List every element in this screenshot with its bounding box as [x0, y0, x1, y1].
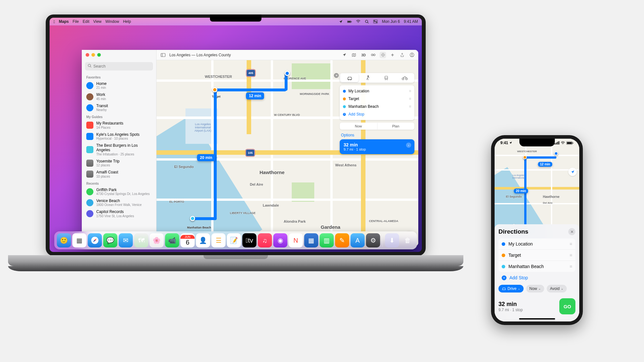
mode-transit-button[interactable] — [377, 74, 395, 82]
location-status-icon[interactable] — [338, 19, 343, 24]
sidebar-item[interactable]: Kyle's Los Angeles Spots Hyperlocal · 10… — [82, 131, 156, 142]
label-lawndale: Lawndale — [263, 203, 279, 207]
dock-notes-icon[interactable]: 📝 — [227, 233, 241, 247]
reorder-handle-icon[interactable]: ≡ — [570, 264, 572, 269]
sidebar-item[interactable]: Transit Nearby — [82, 102, 156, 113]
account-icon[interactable] — [409, 52, 415, 58]
sidebar-item[interactable]: Work 45 min — [82, 91, 156, 102]
sidebar-item[interactable]: Amalfi Coast 10 places — [82, 169, 156, 180]
dock-contacts-icon[interactable]: 👤 — [196, 233, 210, 247]
sidebar-item[interactable]: Venice Beach 1800 Ocean Front Walk, Veni… — [82, 197, 156, 208]
iphone-locate-button[interactable] — [568, 168, 577, 176]
iphone-stop-row[interactable]: Target ≡ — [498, 250, 575, 261]
wifi-status-icon[interactable] — [356, 19, 361, 24]
menu-help[interactable]: Help — [123, 19, 131, 24]
route-result-card[interactable]: 32 min 9.7 mi · 1 stop › — [340, 139, 414, 154]
options-link[interactable]: Options — [341, 133, 414, 137]
sidebar-item[interactable]: Home 21 min — [82, 80, 156, 91]
sidebar-item[interactable]: Griffith Park 4730 Crystal Springs Dr, L… — [82, 186, 156, 197]
battery-status-icon[interactable] — [347, 19, 352, 24]
iphone-add-stop-button[interactable]: +Add Stop — [498, 272, 575, 281]
stop-dot-icon — [343, 97, 346, 100]
iphone-stop-row[interactable]: My Location ≡ — [498, 238, 575, 250]
dock-messages-icon[interactable]: 💬 — [103, 233, 118, 247]
dock-podcasts-icon[interactable]: ◉ — [273, 233, 288, 247]
menu-edit[interactable]: Edit — [83, 19, 90, 24]
dock-news-icon[interactable]: N — [289, 233, 303, 247]
mode-cycle-button[interactable] — [395, 74, 414, 82]
reorder-handle-icon[interactable]: ≡ — [409, 89, 411, 93]
sidebar-toggle-icon[interactable] — [160, 52, 166, 58]
sidebar-item[interactable]: Capitol Records 1750 Vine St, Los Angele… — [82, 208, 156, 219]
menu-bar-time[interactable]: 9:41 AM — [404, 19, 418, 24]
app-menu[interactable]: Maps — [59, 19, 69, 24]
look-around-icon[interactable] — [370, 52, 376, 58]
reorder-handle-icon[interactable]: ≡ — [409, 97, 411, 101]
timing-now-button[interactable]: Now — [340, 123, 377, 130]
dock-trash-icon[interactable]: 🗑 — [401, 233, 415, 247]
dock-safari-icon[interactable] — [88, 233, 102, 247]
macbook:  Maps File Edit View Window Help Mon Ju… — [46, 14, 463, 271]
close-window-button[interactable] — [86, 53, 89, 57]
zoom-window-button[interactable] — [97, 53, 101, 57]
chip-now[interactable]: Now ⌄ — [526, 285, 544, 292]
add-icon[interactable]: + — [389, 52, 396, 58]
dock-finder-icon[interactable]: 🙂 — [57, 233, 71, 247]
spotlight-icon[interactable] — [365, 19, 369, 24]
iphone-go-button[interactable]: GO — [559, 298, 575, 314]
dock-facetime-icon[interactable]: 📹 — [165, 233, 179, 247]
directions-stop-row[interactable]: Target ≡ — [340, 95, 414, 103]
control-center-icon[interactable] — [373, 19, 378, 24]
minimize-window-button[interactable] — [91, 53, 95, 57]
dock-settings-icon[interactable]: ⚙︎ — [366, 233, 380, 247]
sidebar-item[interactable]: My Restaurants 14 Places — [82, 120, 156, 131]
dock-pages-icon[interactable]: ✎ — [335, 233, 349, 247]
menu-file[interactable]: File — [72, 19, 79, 24]
search-input[interactable] — [85, 62, 153, 70]
chip-avoid[interactable]: Avoid ⌄ — [547, 285, 567, 292]
apple-menu-icon[interactable]:  — [53, 19, 55, 24]
sidebar-item[interactable]: Yosemite Trip 12 places — [82, 158, 156, 169]
reorder-handle-icon[interactable]: ≡ — [570, 241, 572, 246]
menu-view[interactable]: View — [93, 19, 101, 24]
dock-reminders-icon[interactable]: ☰ — [212, 233, 226, 247]
dock-appstore-icon[interactable]: A — [351, 233, 365, 247]
chip-drive[interactable]: Drive ⌄ — [498, 285, 524, 292]
iphone-close-button[interactable]: ✕ — [568, 228, 575, 235]
dock-keynote-icon[interactable]: ▦ — [304, 233, 318, 247]
add-stop-button[interactable]: +Add Stop — [340, 110, 414, 118]
map-canvas[interactable]: 405 105 WESTCHESTER El Segundo Hawthorne… — [156, 60, 418, 246]
dock-music-icon[interactable]: ♫ — [258, 233, 272, 247]
dock-maps-icon[interactable]: 🗺 — [134, 233, 148, 247]
share-icon[interactable] — [399, 52, 405, 58]
mode-drive-button[interactable] — [340, 74, 359, 82]
dock-tv-icon[interactable]: tv — [242, 233, 257, 247]
menu-bar-date[interactable]: Mon Jun 6 — [382, 19, 400, 24]
reorder-handle-icon[interactable]: ≡ — [570, 253, 572, 258]
sidebar-item[interactable]: The Best Burgers in Los Angeles The Infa… — [82, 142, 156, 158]
locate-me-icon[interactable] — [341, 52, 347, 58]
close-directions-button[interactable]: ✕ — [334, 73, 339, 78]
iphone-pill-1: 12 min — [538, 162, 552, 167]
dock-calendar-icon[interactable]: JUN6 — [181, 233, 195, 247]
dock-mail-icon[interactable]: ✉︎ — [119, 233, 133, 247]
directions-stop-row[interactable]: My Location ≡ — [340, 87, 414, 95]
3d-toggle[interactable]: 3D — [360, 52, 367, 58]
svg-rect-30 — [573, 142, 573, 143]
dock-numbers-icon[interactable]: ▥ — [320, 233, 334, 247]
mode-walk-button[interactable] — [359, 74, 377, 82]
map-mode-icon[interactable] — [351, 52, 357, 58]
dock-separator — [383, 234, 383, 247]
iphone-stop-row[interactable]: Manhattan Beach ≡ — [498, 261, 575, 272]
dock-downloads-icon[interactable]: ⬇︎ — [385, 233, 399, 247]
dock-photos-icon[interactable]: 🌸 — [150, 233, 164, 247]
reorder-handle-icon[interactable]: ≡ — [409, 104, 411, 109]
timing-plan-button[interactable]: Plan — [377, 123, 414, 130]
iphone-home-indicator[interactable] — [519, 318, 555, 320]
directions-stop-row[interactable]: Manhattan Beach ≡ — [340, 103, 414, 110]
dock-launchpad-icon[interactable]: ▦ — [72, 233, 87, 247]
stop-label: Target — [348, 97, 359, 101]
start-route-icon[interactable]: › — [406, 143, 411, 148]
directions-toolbar-icon[interactable] — [380, 52, 386, 58]
menu-window[interactable]: Window — [105, 19, 119, 24]
